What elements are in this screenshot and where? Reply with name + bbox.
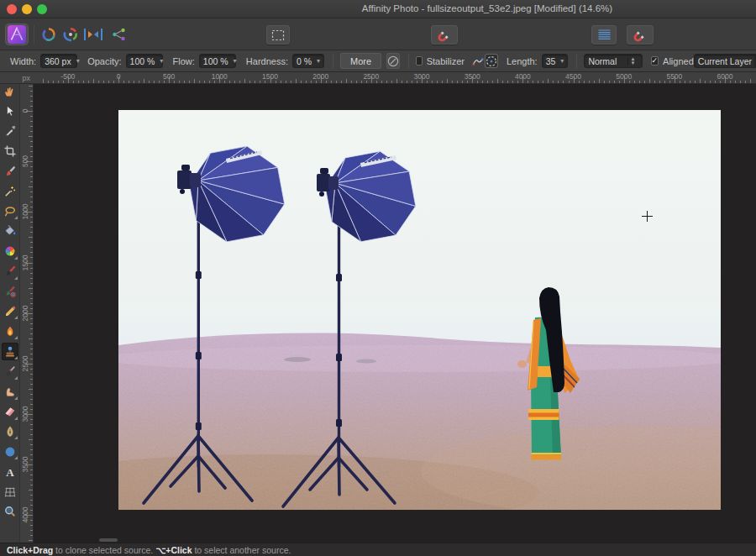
ruler-tick: [29, 389, 33, 390]
ruler-tick: [214, 81, 215, 83]
more-button[interactable]: More: [340, 53, 381, 69]
tool-colour-replacement-brush[interactable]: [2, 283, 18, 301]
width-value: 360 px: [45, 56, 71, 66]
tool-ellipse-shape[interactable]: [2, 443, 18, 460]
ruler-tick: [311, 81, 312, 83]
ruler-tick: [239, 81, 240, 83]
tool-color-picker[interactable]: [2, 123, 18, 140]
tool-flood-select[interactable]: [2, 182, 18, 200]
ruler-tick: [599, 79, 600, 83]
ruler-label: 4000: [21, 507, 29, 523]
ruler-tick: [30, 166, 33, 167]
flyout-triangle-icon: [14, 316, 18, 319]
stabilizer-checkbox[interactable]: [416, 56, 423, 66]
tool-view[interactable]: [2, 82, 18, 100]
tool-pixel[interactable]: [2, 302, 18, 320]
window-stabilizer-button[interactable]: [485, 54, 498, 68]
layer-target-dropdown[interactable]: Current Layer: [694, 54, 756, 68]
tool-paint-brush[interactable]: [2, 263, 18, 281]
ruler-tick: [619, 81, 620, 83]
rope-stabilizer-icon: [471, 55, 485, 68]
ruler-label: 1000: [21, 204, 29, 220]
ruler-tick: [30, 222, 33, 223]
ruler-tick: [30, 151, 33, 152]
tool-undo-brush[interactable]: [2, 363, 18, 380]
tool-mesh-warp[interactable]: [2, 483, 18, 501]
tone-mapping-persona-logo: [82, 26, 104, 43]
ruler-label: 1500: [262, 72, 278, 81]
develop-persona-icon[interactable]: [59, 24, 82, 45]
tool-burn-brush[interactable]: [2, 323, 18, 340]
flyout-triangle-icon: [14, 216, 18, 219]
tool-zoom[interactable]: [2, 503, 18, 521]
selection-brush-icon: [3, 165, 17, 178]
ruler-tick: [730, 81, 731, 83]
blend-mode-dropdown[interactable]: Normal ▲▼: [584, 54, 642, 68]
tool-crop[interactable]: [2, 143, 18, 160]
ruler-tick: [30, 247, 33, 248]
ruler-tick: [558, 81, 559, 83]
ruler-tick: [336, 81, 337, 83]
photo-persona-icon[interactable]: [5, 24, 29, 45]
ruler-tick: [649, 79, 650, 83]
ruler-tick: [366, 81, 367, 83]
ruler-tick: [502, 81, 503, 83]
tool-freehand-selection[interactable]: [2, 202, 18, 220]
marquee-selection-icon: [271, 29, 285, 41]
tool-smudge[interactable]: [2, 383, 18, 401]
width-dropdown[interactable]: 360 px ▾: [40, 54, 77, 68]
horizontal-ruler[interactable]: -500050010001500200025003000350040004500…: [34, 72, 756, 84]
stepper-arrows-icon[interactable]: ▲▼: [627, 57, 638, 66]
vertical-ruler[interactable]: 05001000150020002500300035004000: [20, 84, 34, 543]
tool-pen[interactable]: [2, 422, 18, 440]
ruler-tick: [108, 81, 109, 83]
ruler-tick: [149, 81, 150, 83]
rope-stabilizer-button[interactable]: [471, 54, 485, 68]
tool-text[interactable]: A: [2, 463, 18, 480]
ruler-tick: [103, 81, 104, 83]
flow-dropdown[interactable]: 100 % ▾: [199, 54, 236, 68]
ruler-tick: [30, 303, 33, 304]
tone-mapping-persona-icon[interactable]: [81, 24, 106, 45]
liquify-persona-icon[interactable]: [37, 24, 60, 45]
ruler-tick: [78, 81, 79, 83]
length-dropdown[interactable]: 35 ▾: [542, 54, 569, 68]
blend-mode-value: Normal: [588, 56, 617, 66]
ruler-tick: [30, 449, 33, 450]
canvas-viewport[interactable]: [34, 84, 756, 543]
aligned-checkbox[interactable]: ✓: [651, 56, 659, 66]
ruler-tick: [159, 81, 160, 83]
context-separator: [408, 54, 409, 69]
tool-clone-brush[interactable]: [2, 343, 18, 360]
tool-erase-brush[interactable]: [2, 403, 18, 421]
ruler-tick: [30, 227, 33, 228]
ruler-tick: [30, 444, 33, 445]
marquee-selection-button[interactable]: [266, 25, 290, 45]
ruler-tick: [700, 79, 701, 83]
photo-canvas[interactable]: [118, 110, 721, 510]
snapping-options-button[interactable]: [627, 25, 654, 45]
horizontal-scrollbar-thumb[interactable]: [99, 538, 118, 542]
ruler-tick: [584, 81, 585, 83]
status-hint-action-2: ⌥+Click: [155, 545, 192, 555]
ruler-tick: [194, 79, 195, 83]
tool-gradient[interactable]: [2, 243, 18, 260]
tool-selection-brush[interactable]: [2, 162, 18, 180]
ruler-tick: [30, 485, 33, 485]
flyout-triangle-icon: [14, 276, 18, 280]
ruler-tick: [30, 207, 33, 207]
snapping-toggle-button[interactable]: [431, 25, 458, 45]
ruler-tick: [174, 81, 175, 83]
tool-move[interactable]: [2, 102, 18, 120]
export-persona-icon[interactable]: [108, 24, 131, 45]
assistant-button[interactable]: [591, 25, 617, 45]
ruler-tick: [30, 419, 33, 420]
ruler-tick: [30, 156, 33, 157]
hardness-dropdown[interactable]: 0 % ▾: [292, 54, 324, 68]
ruler-tick: [634, 81, 635, 83]
tool-flood-fill[interactable]: [2, 223, 18, 240]
context-separator: [333, 54, 333, 69]
ruler-tick: [30, 96, 33, 97]
brush-preview-button[interactable]: [386, 53, 400, 69]
opacity-dropdown[interactable]: 100 % ▾: [126, 54, 163, 68]
